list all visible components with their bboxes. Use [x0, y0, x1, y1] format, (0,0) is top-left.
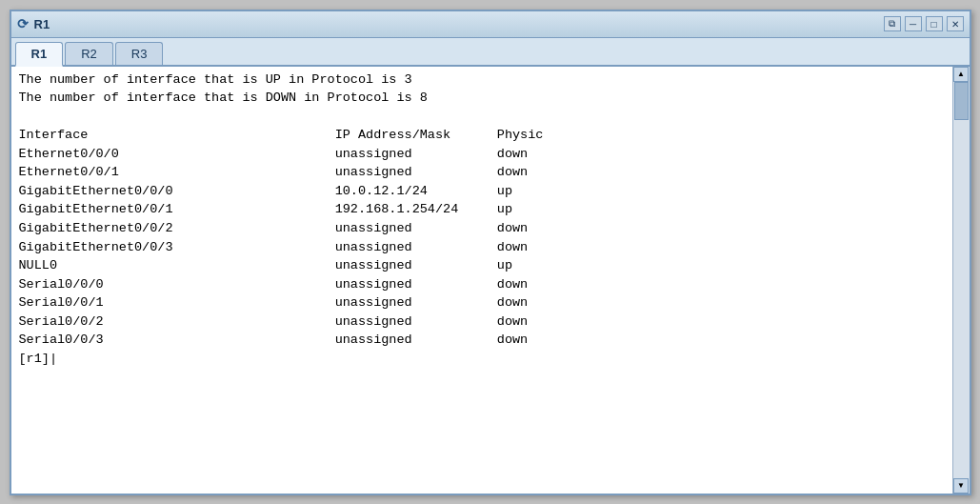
window-title: R1 [34, 17, 50, 31]
close-button[interactable]: ✕ [947, 16, 964, 31]
scrollbar-track [953, 82, 970, 478]
scrollbar-thumb[interactable] [954, 82, 969, 120]
minimize-button[interactable]: ─ [905, 16, 922, 31]
tabs-bar: R1 R2 R3 [11, 38, 970, 67]
window-controls: ⧉ ─ □ ✕ [884, 16, 964, 31]
scrollbar[interactable]: ▲ ▼ [952, 67, 970, 494]
tab-r3[interactable]: R3 [115, 42, 164, 65]
restore-button[interactable]: ⧉ [884, 16, 901, 31]
content-area: The number of interface that is UP in Pr… [11, 67, 970, 494]
maximize-button[interactable]: □ [926, 16, 943, 31]
title-bar-left: ⟳ R1 [17, 16, 50, 31]
tab-r1[interactable]: R1 [15, 42, 64, 67]
scroll-up-button[interactable]: ▲ [953, 67, 969, 82]
scroll-down-button[interactable]: ▼ [953, 478, 969, 494]
tab-r2[interactable]: R2 [65, 42, 113, 65]
terminal-output[interactable]: The number of interface that is UP in Pr… [11, 67, 952, 494]
title-bar: ⟳ R1 ⧉ ─ □ ✕ [11, 11, 970, 38]
window-icon: ⟳ [17, 16, 29, 31]
main-window: ⟳ R1 ⧉ ─ □ ✕ R1 R2 R3 The number of inte… [10, 10, 971, 495]
